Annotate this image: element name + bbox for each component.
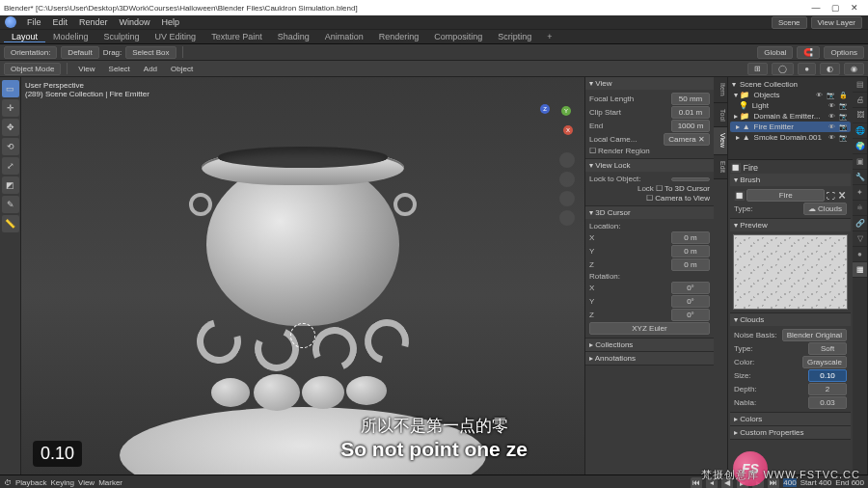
- minimize-icon[interactable]: —: [806, 3, 826, 13]
- global-dropdown[interactable]: Global: [757, 46, 793, 59]
- nabla-field[interactable]: 0.03: [808, 396, 847, 409]
- shading-solid-icon[interactable]: ●: [798, 63, 816, 75]
- viewlayer-selector[interactable]: View Layer: [811, 16, 862, 29]
- overlays-icon[interactable]: ⊞: [747, 63, 768, 75]
- colors-panel[interactable]: ▸ Colors: [730, 413, 851, 425]
- menu-help[interactable]: Help: [156, 17, 186, 27]
- render-region-check[interactable]: ☐: [589, 147, 596, 155]
- tl-menu-view[interactable]: View: [78, 478, 95, 487]
- cursor-ry-field[interactable]: 0°: [671, 295, 710, 308]
- ptab-texture[interactable]: ▦: [853, 262, 867, 278]
- transform-default[interactable]: Default: [61, 46, 98, 59]
- panel-viewlock-header[interactable]: ▾ View Lock: [585, 159, 714, 172]
- ptab-render[interactable]: ▤: [853, 77, 867, 93]
- tab-scripting[interactable]: Scripting: [490, 32, 539, 41]
- ptab-particles[interactable]: ✦: [853, 185, 867, 201]
- tl-menu-keying[interactable]: Keying: [50, 478, 73, 487]
- ptab-object[interactable]: ▣: [853, 154, 867, 170]
- tl-menu-playback[interactable]: Playback: [15, 478, 46, 487]
- axis-x-icon[interactable]: X: [563, 125, 573, 135]
- tool-scale[interactable]: ⤢: [2, 157, 19, 175]
- tab-sculpting[interactable]: Sculpting: [96, 32, 148, 41]
- clouds-panel[interactable]: ▾ Clouds: [730, 313, 851, 326]
- tool-cursor[interactable]: ✛: [2, 99, 19, 117]
- depth-field[interactable]: 2: [808, 383, 847, 395]
- scene-selector[interactable]: Scene: [772, 16, 807, 29]
- mode-dropdown[interactable]: Object Mode: [4, 63, 61, 75]
- tab-add[interactable]: +: [539, 32, 559, 41]
- panel-collections-header[interactable]: ▸ Collections: [585, 339, 714, 351]
- ptab-scene[interactable]: 🌐: [853, 123, 867, 139]
- local-camera-field[interactable]: Camera ✕: [664, 133, 710, 146]
- ptab-world[interactable]: 🌍: [853, 139, 867, 154]
- color-mode-dropdown[interactable]: Grayscale: [802, 356, 847, 368]
- cursor-rz-field[interactable]: 0°: [671, 309, 710, 321]
- tab-compositing[interactable]: Compositing: [426, 32, 490, 41]
- menu-render[interactable]: Render: [73, 17, 114, 27]
- vp-menu-object[interactable]: Object: [166, 65, 198, 73]
- tab-shading[interactable]: Shading: [270, 32, 317, 41]
- ptab-mesh[interactable]: ▽: [853, 231, 867, 247]
- noise-basis-dropdown[interactable]: Blender Original: [782, 329, 847, 341]
- tex-type-dropdown[interactable]: ☁ Clouds: [803, 203, 847, 215]
- lock-camview-check[interactable]: ☐: [646, 194, 653, 203]
- ptab-viewlayer[interactable]: 🖼: [853, 108, 867, 123]
- tool-annotate[interactable]: ✎: [2, 196, 19, 213]
- outliner[interactable]: ▾Scene Collection ▾ 📁Objects👁 📷 🔒 💡Light…: [728, 77, 853, 160]
- panel-view-header[interactable]: ▾ View: [585, 77, 714, 90]
- axis-z-icon[interactable]: Z: [540, 104, 550, 114]
- cursor-z-field[interactable]: 0 m: [671, 258, 710, 271]
- tab-modeling[interactable]: Modeling: [45, 32, 96, 41]
- shading-matprev-icon[interactable]: ◐: [820, 63, 840, 75]
- zoom-icon[interactable]: [559, 152, 575, 168]
- brush-panel[interactable]: ▾ Brush: [730, 174, 851, 186]
- ntab-tool[interactable]: Tool: [714, 103, 727, 128]
- tab-layout[interactable]: Layout: [4, 32, 45, 42]
- tool-move[interactable]: ✥: [2, 119, 19, 136]
- tab-rendering[interactable]: Rendering: [371, 32, 427, 41]
- clip-start-field[interactable]: 0.01 m: [671, 106, 710, 119]
- nav-gizmo[interactable]: X Y Z: [532, 100, 577, 145]
- pan-icon[interactable]: [559, 172, 575, 187]
- menu-file[interactable]: File: [21, 17, 47, 27]
- ptab-physics[interactable]: ⚛: [853, 201, 867, 216]
- shading-rendered-icon[interactable]: ◉: [844, 63, 864, 75]
- panel-3dcursor-header[interactable]: ▾ 3D Cursor: [585, 206, 714, 219]
- clip-end-field[interactable]: 1000 m: [671, 120, 710, 132]
- shading-wire-icon[interactable]: ◯: [772, 63, 794, 75]
- noise-type-dropdown[interactable]: Soft: [808, 342, 847, 355]
- brush-name-field[interactable]: Fire: [746, 189, 825, 202]
- ntab-view[interactable]: View: [714, 127, 727, 154]
- tab-animation[interactable]: Animation: [317, 32, 371, 41]
- tool-measure[interactable]: 📏: [2, 215, 19, 232]
- focal-length-field[interactable]: 50 mm: [671, 93, 710, 105]
- lock-object-field[interactable]: [671, 177, 710, 181]
- cursor-x-field[interactable]: 0 m: [671, 231, 710, 244]
- options-dropdown[interactable]: Options: [824, 46, 864, 59]
- menu-edit[interactable]: Edit: [47, 17, 74, 27]
- ntab-edit[interactable]: Edit: [714, 155, 727, 179]
- panel-annotations-header[interactable]: ▸ Annotations: [585, 352, 714, 365]
- ptab-modifiers[interactable]: 🔧: [853, 170, 867, 185]
- 3d-viewport[interactable]: User Perspective (289) Scene Collection …: [21, 77, 584, 474]
- vp-menu-add[interactable]: Add: [139, 65, 162, 73]
- persp-icon[interactable]: [559, 210, 575, 226]
- vp-menu-select[interactable]: Select: [104, 65, 135, 73]
- tool-transform[interactable]: ◩: [2, 176, 19, 194]
- tool-rotate[interactable]: ⟲: [2, 138, 19, 155]
- tab-texturepaint[interactable]: Texture Paint: [203, 32, 270, 41]
- close-icon[interactable]: ✕: [845, 3, 864, 13]
- preview-panel[interactable]: ▾ Preview: [730, 219, 851, 231]
- size-field[interactable]: 0.10: [808, 369, 847, 382]
- tab-uvediting[interactable]: UV Editing: [148, 32, 204, 41]
- maximize-icon[interactable]: ▢: [826, 3, 845, 13]
- orientation-dropdown[interactable]: Orientation:: [4, 46, 57, 59]
- ptab-output[interactable]: 🖨: [853, 93, 867, 108]
- snap-icon[interactable]: 🧲: [797, 46, 820, 59]
- ntab-item[interactable]: Item: [714, 77, 727, 103]
- ptab-material[interactable]: ●: [853, 247, 867, 262]
- axis-y-icon[interactable]: Y: [561, 106, 571, 116]
- cursor-rx-field[interactable]: 0°: [671, 282, 710, 294]
- lock-3dcursor-check[interactable]: ☐: [656, 184, 663, 193]
- menu-window[interactable]: Window: [114, 17, 156, 27]
